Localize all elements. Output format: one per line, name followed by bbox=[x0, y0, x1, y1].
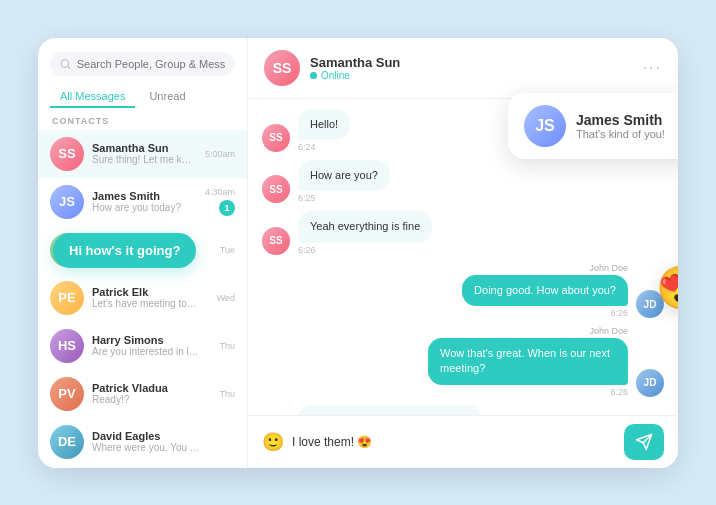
tabs: All Messages Unread bbox=[50, 86, 235, 108]
float-emoji: 😍 bbox=[656, 263, 678, 312]
message-row: JD John Doe Doing good. How about you? 6… bbox=[262, 263, 664, 318]
message-row: SS How are you? 6:25 bbox=[262, 160, 664, 203]
float-hi-bubble: Hi how's it going? bbox=[53, 233, 196, 268]
float-james-message: That's kind of you! bbox=[576, 128, 678, 140]
contact-name: James Smith bbox=[92, 190, 197, 202]
contact-item[interactable]: PV Patrick Vladua Ready!? Thu bbox=[38, 370, 247, 418]
message-time: 6:25 bbox=[298, 193, 390, 203]
contact-time: 4:30am bbox=[205, 187, 235, 197]
message-bubble: Doing good. How about you? bbox=[462, 275, 628, 306]
contacts-label: CONTACTS bbox=[52, 116, 235, 126]
message-sender: John Doe bbox=[428, 326, 628, 336]
contact-item[interactable]: PE Patrick Elk Let's have meeting today … bbox=[38, 274, 247, 322]
message-bubble: Hello! bbox=[298, 109, 350, 140]
contact-avatar: PV bbox=[50, 377, 84, 411]
contact-time: Wed bbox=[217, 293, 235, 303]
contact-time: 5:00am bbox=[205, 149, 235, 159]
header-dots-menu[interactable]: ··· bbox=[643, 59, 662, 77]
contact-item[interactable]: SS Samantha Sun Sure thing! Let me know … bbox=[38, 130, 247, 178]
contact-avatar: JS bbox=[50, 185, 84, 219]
float-james-name: James Smith bbox=[576, 112, 678, 128]
contact-avatar: SS bbox=[50, 137, 84, 171]
unread-badge: 1 bbox=[219, 200, 235, 216]
chat-input[interactable] bbox=[292, 435, 616, 449]
message-avatar: JD bbox=[636, 369, 664, 397]
search-input[interactable] bbox=[77, 58, 225, 70]
contact-item[interactable]: JS James Smith How are you today? 4:30am… bbox=[38, 178, 247, 226]
chat-header-avatar: SS bbox=[264, 50, 300, 86]
message-bubble: How are you? bbox=[298, 160, 390, 191]
contact-time: Thu bbox=[219, 341, 235, 351]
contact-info: Samantha Sun Sure thing! Let me know if … bbox=[92, 142, 197, 165]
contact-info: Harry Simons Are you interested in learn… bbox=[92, 334, 211, 357]
contact-name: Patrick Elk bbox=[92, 286, 209, 298]
float-james-info: James Smith That's kind of you! bbox=[576, 112, 678, 140]
message-bubble: Yeah everything is fine bbox=[298, 211, 432, 242]
contact-item[interactable]: DE David Eagles Where were you. You miss… bbox=[38, 418, 247, 466]
contact-time: Thu bbox=[219, 389, 235, 399]
tab-unread[interactable]: Unread bbox=[139, 86, 195, 108]
chat-header-status: Online bbox=[310, 70, 633, 81]
svg-line-1 bbox=[68, 66, 70, 68]
contact-preview: Sure thing! Let me know if 2pm wor... bbox=[92, 154, 197, 165]
message-row: SS Let's have it today if you are free 6… bbox=[262, 405, 664, 415]
contact-name: Samantha Sun bbox=[92, 142, 197, 154]
chat-header: SS Samantha Sun Online ··· bbox=[248, 38, 678, 99]
message-avatar: SS bbox=[262, 124, 290, 152]
contact-info: David Eagles Where were you. You missed … bbox=[92, 430, 227, 453]
message-bubble: Wow that's great. When is our next meeti… bbox=[428, 338, 628, 385]
contact-time: Tue bbox=[220, 245, 235, 255]
message-avatar: SS bbox=[262, 227, 290, 255]
contact-name: Patrick Vladua bbox=[92, 382, 211, 394]
contact-avatar: HS bbox=[50, 329, 84, 363]
chat-input-area: 🙂 bbox=[248, 415, 678, 468]
contact-name: David Eagles bbox=[92, 430, 227, 442]
message-sender: John Doe bbox=[462, 263, 628, 273]
chat-header-name: Samantha Sun bbox=[310, 55, 633, 70]
message-avatar: SS bbox=[262, 175, 290, 203]
message-time: 6:26 bbox=[298, 245, 432, 255]
emoji-button[interactable]: 🙂 bbox=[262, 431, 284, 453]
message-time: 6:24 bbox=[298, 142, 350, 152]
search-bar[interactable] bbox=[50, 52, 235, 76]
message-time: 6:26 bbox=[462, 308, 628, 318]
float-james-avatar: JS bbox=[524, 105, 566, 147]
float-james-card: JS James Smith That's kind of you! 16 De… bbox=[508, 93, 678, 159]
message-time: 6:26 bbox=[428, 387, 628, 397]
main-card: All Messages Unread CONTACTS SS Samantha… bbox=[38, 38, 678, 468]
contact-info: James Smith How are you today? bbox=[92, 190, 197, 213]
contact-avatar: PE bbox=[50, 281, 84, 315]
contact-name: Harry Simons bbox=[92, 334, 211, 346]
status-dot bbox=[310, 72, 317, 79]
message-row: SS Yeah everything is fine 6:26 bbox=[262, 211, 664, 254]
send-icon bbox=[635, 433, 653, 451]
contact-preview: Ready!? bbox=[92, 394, 202, 405]
contact-item[interactable]: HS Harry Simons Are you interested in le… bbox=[38, 322, 247, 370]
contacts-list: SS Samantha Sun Sure thing! Let me know … bbox=[38, 130, 247, 468]
contact-info: Patrick Elk Let's have meeting today bet… bbox=[92, 286, 209, 309]
search-icon bbox=[60, 58, 71, 70]
message-bubble: Let's have it today if you are free bbox=[298, 405, 481, 415]
contact-preview: Where were you. You missed t... bbox=[92, 442, 202, 453]
contact-preview: How are you today? bbox=[92, 202, 197, 213]
contact-preview: Are you interested in learning? bbox=[92, 346, 202, 357]
send-button[interactable] bbox=[624, 424, 664, 460]
contact-info: Patrick Vladua Ready!? bbox=[92, 382, 211, 405]
contact-avatar: DE bbox=[50, 425, 84, 459]
message-row: JD John Doe Wow that's great. When is ou… bbox=[262, 326, 664, 397]
chat-header-info: Samantha Sun Online bbox=[310, 55, 633, 81]
tab-all-messages[interactable]: All Messages bbox=[50, 86, 135, 108]
contact-preview: Let's have meeting today between... bbox=[92, 298, 202, 309]
